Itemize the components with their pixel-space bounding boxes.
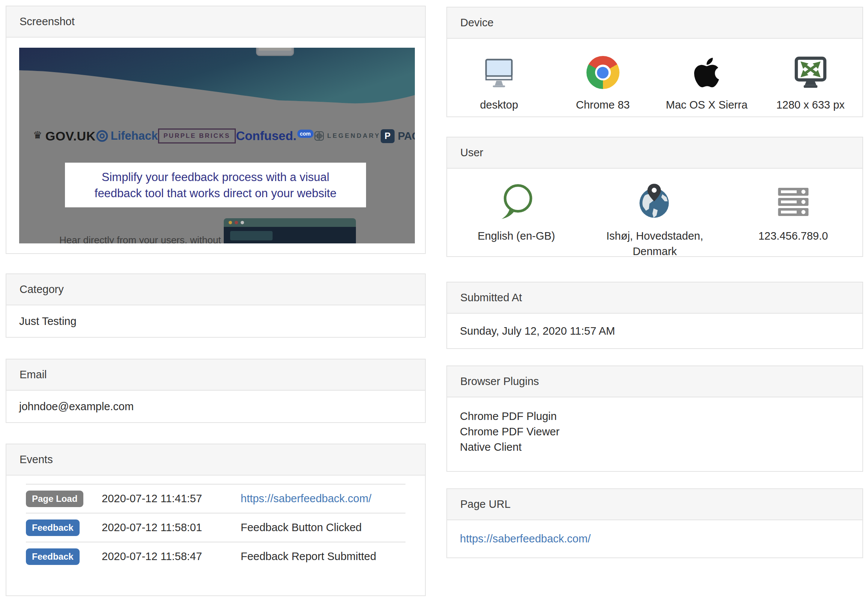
- mockup-titlebar: [224, 218, 356, 227]
- category-panel-title: Category: [20, 283, 64, 296]
- event-time: 2020-07-12 11:58:01: [102, 522, 241, 534]
- chrome-icon: [586, 56, 620, 89]
- desktop-monitor-icon: [483, 56, 515, 89]
- ip-item: 123.456.789.0: [724, 169, 862, 259]
- event-time: 2020-07-12 11:58:47: [102, 550, 241, 563]
- language-item: English (en-GB): [447, 169, 586, 259]
- os-label: Mac OS X Sierra: [655, 97, 759, 112]
- confused-com-badge: com: [297, 130, 314, 138]
- user-panel: User English (en-GB): [446, 137, 863, 257]
- plugin-item: Chrome PDF Plugin: [460, 409, 850, 424]
- category-value: Just Testing: [6, 305, 425, 337]
- events-panel: Events Page Load 2020-07-12 11:41:57 htt…: [6, 444, 426, 596]
- confused-logo-text: Confused.: [236, 129, 296, 143]
- language-label: English (en-GB): [454, 228, 578, 244]
- resolution-item: 1280 x 633 px: [759, 39, 863, 116]
- screenshot-panel-body: ♛ GOV.UK Lifehack PURPLE BRICKS: [6, 38, 425, 253]
- device-type-label: desktop: [447, 97, 551, 112]
- govuk-logo: ♛ GOV.UK: [33, 129, 96, 143]
- event-row-feedback-clicked: Feedback 2020-07-12 11:58:01 Feedback Bu…: [26, 513, 405, 542]
- email-panel-header: Email: [6, 360, 425, 390]
- screenshot-panel-header: Screenshot: [6, 6, 425, 38]
- device-type-item: desktop: [447, 39, 551, 116]
- category-panel-header: Category: [6, 274, 425, 305]
- plugin-item: Chrome PDF Viewer: [460, 424, 850, 439]
- browser-plugins-panel-title: Browser Plugins: [460, 375, 539, 387]
- govuk-logo-text: GOV.UK: [46, 129, 96, 143]
- email-value: johndoe@example.com: [6, 390, 425, 422]
- site-headline-text: Simplify your feedback process with a vi…: [80, 169, 351, 201]
- event-url-link[interactable]: https://saberfeedback.com/: [241, 493, 371, 505]
- mockup-dot-gray: [241, 221, 244, 224]
- apple-icon: [692, 56, 721, 89]
- ip-label: 123.456.789.0: [731, 228, 855, 244]
- submitted-at-value: Sunday, July 12, 2020 11:57 AM: [447, 314, 862, 348]
- purplebricks-logo: PURPLE BRICKS: [158, 128, 236, 143]
- site-headline-banner: Simplify your feedback process with a vi…: [65, 163, 366, 207]
- email-panel: Email johndoe@example.com: [6, 359, 426, 423]
- right-column: Device desktop: [446, 7, 863, 558]
- lifehack-logo-text: Lifehack: [111, 129, 158, 143]
- user-panel-title: User: [460, 146, 483, 159]
- events-panel-title: Events: [20, 453, 53, 466]
- device-panel: Device desktop: [446, 7, 863, 117]
- confused-logo: Confused. com: [236, 129, 313, 143]
- screenshot-panel: Screenshot: [6, 6, 426, 254]
- user-panel-body: English (en-GB) Ishøj, Hovedstaden: [447, 169, 862, 259]
- language-speech-bubble-icon: [498, 183, 535, 220]
- pagely-p-icon: P: [381, 129, 394, 143]
- mockup-body: [224, 227, 356, 243]
- page-url-panel: Page URL https://saberfeedback.com/: [446, 488, 863, 558]
- location-globe-pin-icon: [636, 183, 673, 220]
- resolution-label: 1280 x 633 px: [759, 97, 863, 112]
- event-detail: Feedback Button Clicked: [241, 522, 362, 534]
- events-panel-body: Page Load 2020-07-12 11:41:57 https://sa…: [6, 476, 425, 595]
- page-url-panel-title: Page URL: [460, 498, 510, 511]
- browser-label: Chrome 83: [551, 97, 655, 112]
- mockup-dot-red: [235, 221, 238, 224]
- event-badge-feedback: Feedback: [26, 548, 79, 565]
- page-url-panel-header: Page URL: [447, 489, 862, 520]
- legendary-knot-icon: [314, 130, 325, 142]
- plugin-item: Native Client: [460, 439, 850, 455]
- page-url-link[interactable]: https://saberfeedback.com/: [460, 532, 591, 545]
- site-partial-paragraph: Hear directly from your users, without: [59, 234, 221, 243]
- event-row-feedback-submitted: Feedback 2020-07-12 11:58:47 Feedback Re…: [26, 542, 405, 570]
- submitted-at-panel-header: Submitted At: [447, 282, 862, 314]
- site-browser-mockup: [224, 218, 356, 243]
- submitted-at-panel-title: Submitted At: [460, 291, 522, 304]
- purplebricks-logo-text: PURPLE BRICKS: [164, 132, 230, 140]
- site-top-tab-inner: [259, 48, 291, 51]
- browser-plugins-list: Chrome PDF Plugin Chrome PDF Viewer Nati…: [447, 397, 862, 471]
- left-column: Screenshot: [6, 6, 426, 596]
- event-time: 2020-07-12 11:41:57: [102, 493, 241, 505]
- location-item: Ishøj, Hovedstaden, Denmark: [586, 169, 724, 259]
- lifehack-logo: Lifehack: [96, 129, 158, 143]
- device-panel-title: Device: [460, 17, 494, 29]
- govuk-crown-icon: ♛: [33, 129, 43, 141]
- screenshot-panel-title: Screenshot: [20, 15, 75, 28]
- email-panel-title: Email: [20, 369, 47, 381]
- event-badge-page-load: Page Load: [26, 491, 83, 507]
- ip-server-icon: [775, 183, 811, 220]
- legendary-logo-text: LEGENDARY: [327, 132, 381, 140]
- mockup-search-pill: [230, 231, 273, 240]
- submitted-at-panel: Submitted At Sunday, July 12, 2020 11:57…: [446, 282, 863, 349]
- device-panel-header: Device: [447, 8, 862, 39]
- event-detail: Feedback Report Submitted: [241, 550, 376, 563]
- browser-item: Chrome 83: [551, 39, 655, 116]
- legendary-logo: LEGENDARY: [314, 130, 381, 142]
- event-row-page-load: Page Load 2020-07-12 11:41:57 https://sa…: [26, 484, 405, 513]
- device-panel-body: desktop Chrome 83: [447, 39, 862, 116]
- screen-resolution-icon: [794, 56, 827, 89]
- user-panel-header: User: [447, 137, 862, 169]
- category-panel: Category Just Testing: [6, 273, 426, 338]
- lifehack-icon: [96, 130, 108, 142]
- browser-plugins-panel-header: Browser Plugins: [447, 366, 862, 397]
- screenshot-thumbnail[interactable]: ♛ GOV.UK Lifehack PURPLE BRICKS: [19, 48, 415, 243]
- site-logo-strip: ♛ GOV.UK Lifehack PURPLE BRICKS: [19, 125, 415, 147]
- mockup-dot-yellow: [228, 221, 232, 224]
- events-table: Page Load 2020-07-12 11:41:57 https://sa…: [26, 484, 405, 570]
- location-label: Ishøj, Hovedstaden, Denmark: [593, 228, 717, 259]
- pagely-logo-text: PAGELY: [398, 130, 415, 142]
